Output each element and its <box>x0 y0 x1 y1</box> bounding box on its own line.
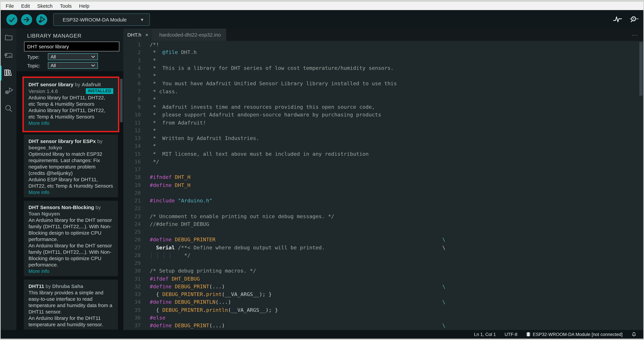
version-row: Version 1.4.6INSTALLED <box>28 88 113 94</box>
code-text: * <box>150 57 643 64</box>
line-number: 33 <box>123 291 141 298</box>
topic-select-value: All <box>50 63 56 68</box>
line-number: 32 <box>123 283 141 291</box>
code-line: 32#define DEBUG_PRINT(...)\ <box>123 283 643 291</box>
library-author: Toan Nguyen <box>28 211 60 217</box>
more-info-link[interactable]: More info <box>28 268 113 274</box>
menu-help[interactable]: Help <box>76 2 93 10</box>
library-author: beegee_tokyo <box>28 145 62 150</box>
code-line: 14 * <box>123 142 643 150</box>
code-text <box>150 189 643 197</box>
library-description: An Arduino library for the DHT sensor fa… <box>28 217 113 242</box>
menu-edit[interactable]: Edit <box>18 2 34 10</box>
line-number: 3 <box>123 57 141 64</box>
library-description: An Arduino library for the DHT sensor fa… <box>28 242 113 268</box>
code-line: 37#define DEBUG_PRINT(...)\ <box>123 322 643 330</box>
more-actions-icon[interactable]: ··· <box>632 29 638 41</box>
code-line: 25 <box>123 228 643 236</box>
panel-title: LIBRARY MANAGER <box>27 33 82 39</box>
encoding-indicator[interactable]: UTF-8 <box>504 332 518 337</box>
topic-select[interactable]: All <box>48 62 98 69</box>
more-info-link[interactable]: More info <box>28 189 113 195</box>
close-icon[interactable]: × <box>145 32 148 38</box>
notifications-bell[interactable] <box>631 331 637 337</box>
code-text: * <box>150 142 643 150</box>
installed-badge: INSTALLED <box>86 88 113 94</box>
board-icon <box>4 51 13 60</box>
sidebar-item-library-manager[interactable] <box>1 64 16 82</box>
line-number: 16 <box>123 158 141 166</box>
code-text: { DEBUG_PRINTER.println(__VA_ARGS__); } <box>150 306 643 314</box>
code-line: 9 * Adafruit invests time and resources … <box>123 103 643 111</box>
upload-button[interactable] <box>21 14 32 25</box>
line-number: 8 <box>123 96 141 104</box>
type-select[interactable]: All <box>48 53 98 60</box>
library-author: Adafruit <box>82 82 101 87</box>
editor-area: DHT.h×hardcoded-dht22-esp32.ino··· 1/*!2… <box>123 29 643 330</box>
library-search-input[interactable] <box>24 42 119 51</box>
code-line: 31#ifdef DHT_DEBUG <box>123 275 643 283</box>
line-number: 35 <box>123 306 141 314</box>
library-entry-title: DHT Sensors Non-Blocking by Toan Nguyen <box>28 204 113 217</box>
code-editor[interactable]: 1/*!2 * @file DHT.h3 *4 * This is a libr… <box>123 41 643 330</box>
tab-label: hardcoded-dht22-esp32.ino <box>159 32 221 38</box>
start-debugging-button[interactable] <box>36 14 47 25</box>
menu-tools[interactable]: Tools <box>56 2 76 10</box>
board-selector-label: ESP32-WROOM-DA Module <box>63 17 140 23</box>
library-name: DHT11 <box>28 283 44 289</box>
library-description: An Arduino library for the DHT11 tempera… <box>28 315 113 327</box>
library-name: DHT sensor library for ESPx <box>28 138 96 144</box>
tab-dht-h[interactable]: DHT.h× <box>123 29 152 41</box>
code-line: 16 */ <box>123 158 643 166</box>
verify-button[interactable] <box>6 14 18 25</box>
library-name: DHT Sensors Non-Blocking <box>28 204 94 210</box>
menu-sketch[interactable]: Sketch <box>34 2 56 10</box>
code-text: * class. <box>150 88 643 96</box>
library-entry[interactable]: DHT sensor library by AdafruitVersion 1.… <box>24 78 118 131</box>
library-entry-title: DHT sensor library by Adafruit <box>28 81 113 88</box>
code-text: #define DEBUG_PRINTLN(...)\ <box>150 298 643 306</box>
library-entry-title: DHT sensor library for ESPx by beegee_to… <box>28 138 113 151</box>
sidebar-item-sketchbook[interactable] <box>1 29 16 46</box>
code-line: 36#else <box>123 314 643 322</box>
sidebar-item-debug[interactable] <box>1 82 16 100</box>
code-text: { DEBUG_PRINTER.print(__VA_ARGS__); } <box>150 291 643 298</box>
window-border-right <box>643 2 644 339</box>
menu-file[interactable]: File <box>2 2 18 10</box>
bug-arrow-icon <box>4 86 13 95</box>
serial-monitor-icon[interactable] <box>629 15 639 23</box>
library-entry[interactable]: DHT sensor library for ESPx by beegee_to… <box>24 135 118 197</box>
sidebar-item-search[interactable] <box>1 100 16 117</box>
code-text: * from Adafruit! <box>150 119 643 127</box>
serial-plotter-icon[interactable] <box>613 15 622 23</box>
chevron-down-icon <box>91 64 95 67</box>
line-continuation: \ <box>442 322 446 330</box>
line-number: 23 <box>123 213 141 221</box>
code-text: /* Setup debug printing macros. */ <box>150 267 643 275</box>
by-label: by <box>96 138 102 144</box>
line-continuation: \ <box>442 244 446 252</box>
code-text: * <box>150 96 643 104</box>
panel-scrollbar[interactable] <box>120 79 123 122</box>
code-line: 24//#define DHT_DEBUG <box>123 221 643 228</box>
chip-icon <box>526 331 530 337</box>
board-selector[interactable]: ESP32-WROOM-DA Module ▼ <box>53 14 150 26</box>
code-text <box>150 228 643 236</box>
editor-scrollbar[interactable] <box>639 42 643 96</box>
line-number: 4 <box>123 64 141 72</box>
sidebar-item-boards-manager[interactable] <box>1 46 16 64</box>
editor-tab-bar: DHT.h×hardcoded-dht22-esp32.ino··· <box>123 29 643 41</box>
cursor-position[interactable]: Ln 1, Col 1 <box>474 332 496 337</box>
more-info-link[interactable]: More info <box>28 120 113 126</box>
library-entry[interactable]: DHT11 by Dhruba SahaThis library provide… <box>24 280 118 329</box>
search-icon <box>4 104 13 113</box>
tab-hardcoded-dht22-esp32-ino[interactable]: hardcoded-dht22-esp32.ino <box>152 29 226 41</box>
line-number: 36 <box>123 314 141 322</box>
board-status[interactable]: ESP32-WROOM-DA Module [not connected] <box>526 331 622 337</box>
library-entry[interactable]: DHT Sensors Non-Blocking by Toan NguyenA… <box>24 201 118 276</box>
line-number: 11 <box>123 119 141 127</box>
code-line: 29 <box>123 259 643 267</box>
window-border-top <box>0 0 644 2</box>
code-line: 18#ifndef DHT_H <box>123 174 643 182</box>
code-line: 4 * This is a library for DHT series of … <box>123 64 643 72</box>
